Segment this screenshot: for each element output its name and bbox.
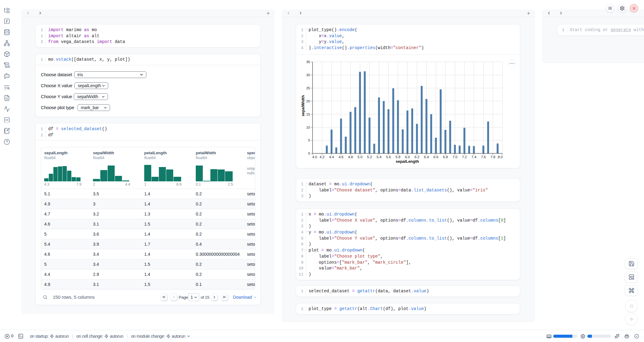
svg-text:sepalWidth: sepalWidth [301,95,305,116]
svg-text:30: 30 [306,73,310,77]
svg-text:7.2: 7.2 [462,155,467,159]
svg-text:20: 20 [306,99,310,103]
svg-text:4.6: 4.6 [338,155,343,159]
svg-text:5.8: 5.8 [395,155,400,159]
svg-text:7.0: 7.0 [453,155,457,159]
svg-text:10: 10 [306,126,310,129]
svg-text:4.2: 4.2 [320,155,324,159]
svg-text:5.2: 5.2 [367,155,372,159]
svg-text:35: 35 [306,60,310,64]
svg-text:6.2: 6.2 [414,155,419,159]
svg-text:6.6: 6.6 [434,155,438,159]
svg-text:7.4: 7.4 [471,155,477,159]
svg-text:sepalLength: sepalLength [396,159,419,164]
svg-text:25: 25 [306,86,310,90]
svg-text:4.0: 4.0 [312,155,317,159]
svg-text:5.6: 5.6 [386,155,391,159]
svg-text:4.4: 4.4 [329,155,334,159]
svg-text:8.0: 8.0 [498,155,503,159]
svg-text:7.6: 7.6 [481,155,486,159]
svg-text:0: 0 [308,151,310,155]
svg-text:5.4: 5.4 [377,155,382,159]
svg-text:15: 15 [306,112,310,116]
svg-text:6.8: 6.8 [443,155,448,159]
svg-text:6.0: 6.0 [405,155,410,159]
svg-text:7.8: 7.8 [490,155,495,159]
svg-text:5.0: 5.0 [358,155,363,159]
svg-text:5: 5 [308,138,310,142]
svg-text:6.4: 6.4 [424,155,429,159]
svg-text:4.8: 4.8 [348,155,353,159]
